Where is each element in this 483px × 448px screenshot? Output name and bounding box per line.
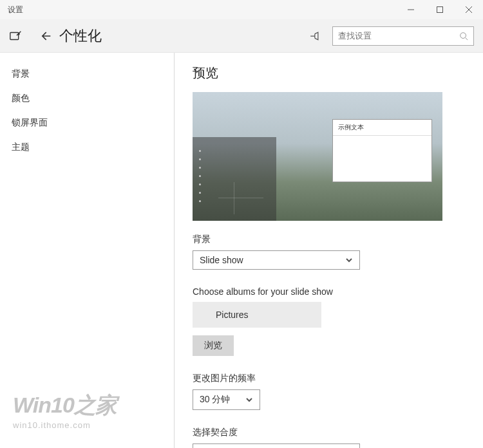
background-field: 背景 Slide show [193, 234, 465, 270]
titlebar: 设置 [0, 0, 483, 19]
frequency-field: 更改图片的频率 30 分钟 [193, 373, 465, 410]
search-icon [459, 32, 468, 41]
browse-button[interactable]: 浏览 [193, 335, 234, 356]
background-dropdown[interactable]: Slide show [193, 250, 360, 270]
titlebar-title: 设置 [0, 5, 396, 15]
svg-rect-1 [437, 7, 442, 13]
content: 预览 示例文本 背景 Slide show Choose albums for … [175, 53, 483, 448]
arrow-left-icon [39, 30, 52, 42]
sidebar-item-colors[interactable]: 颜色 [0, 86, 174, 111]
page-title: 个性化 [59, 26, 308, 46]
chevron-down-icon [345, 256, 353, 264]
albums-label: Choose albums for your slide show [193, 286, 465, 297]
background-label: 背景 [193, 234, 465, 245]
search-input[interactable] [338, 31, 459, 41]
minimize-button[interactable] [396, 0, 425, 19]
close-button[interactable] [454, 0, 483, 19]
album-folder[interactable]: Pictures [193, 302, 321, 328]
albums-field: Choose albums for your slide show Pictur… [193, 286, 465, 356]
body-area: 背景 颜色 锁屏界面 主题 预览 示例文本 背景 Slide show [0, 53, 483, 448]
fit-dropdown[interactable]: 填充 [193, 443, 360, 448]
pin-icon[interactable] [308, 30, 321, 42]
maximize-button[interactable] [425, 0, 454, 19]
feedback-icon[interactable] [9, 29, 23, 43]
sidebar-item-background[interactable]: 背景 [0, 62, 174, 86]
frequency-label: 更改图片的频率 [193, 373, 465, 384]
preview-startmenu [193, 137, 276, 221]
svg-line-6 [466, 37, 468, 40]
frequency-dropdown[interactable]: 30 分钟 [193, 389, 260, 410]
preview-sample-text: 示例文本 [333, 120, 431, 136]
fit-label: 选择契合度 [193, 427, 465, 438]
sidebar-item-themes[interactable]: 主题 [0, 135, 174, 160]
header: 个性化 [0, 19, 483, 53]
sidebar: 背景 颜色 锁屏界面 主题 [0, 53, 174, 448]
background-value: Slide show [200, 255, 243, 265]
fit-field: 选择契合度 填充 [193, 427, 465, 448]
chevron-down-icon [245, 396, 253, 404]
titlebar-controls [396, 0, 483, 19]
svg-rect-4 [10, 32, 19, 39]
svg-point-5 [460, 32, 466, 38]
preview-title: 预览 [193, 64, 465, 82]
frequency-value: 30 分钟 [200, 394, 230, 406]
desktop-preview: 示例文本 [193, 92, 442, 221]
back-button[interactable] [36, 27, 54, 45]
preview-sample-window: 示例文本 [332, 119, 432, 182]
sidebar-item-lockscreen[interactable]: 锁屏界面 [0, 111, 174, 135]
search-box[interactable] [332, 26, 474, 46]
